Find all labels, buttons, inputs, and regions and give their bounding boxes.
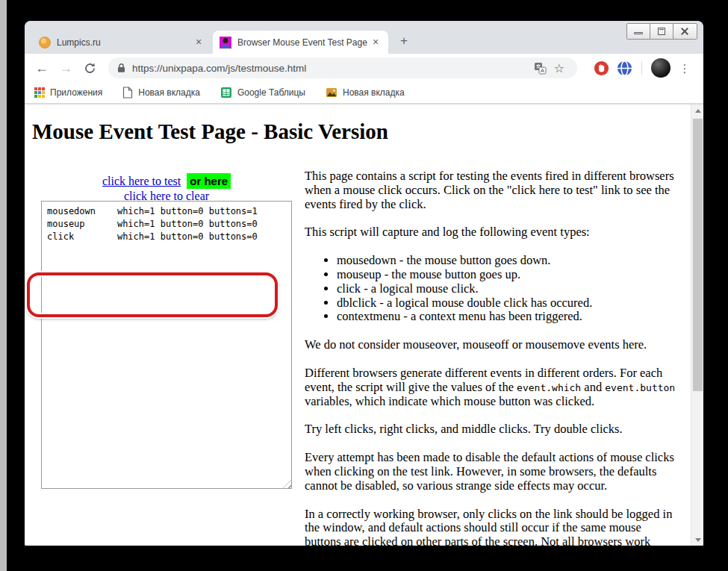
- paragraph: This page contains a script for testing …: [305, 169, 678, 211]
- tab-close-icon[interactable]: ×: [370, 37, 382, 49]
- browser-toolbar: ← → https://unixpapa.com/js/testmouse.ht…: [25, 54, 703, 82]
- forward-button[interactable]: →: [56, 58, 75, 78]
- window-controls: [626, 23, 697, 40]
- browser-window: Lumpics.ru × Browser Mouse Event Test Pa…: [25, 21, 703, 546]
- paragraph: Different browsers generate different ev…: [305, 366, 678, 408]
- test-column: click here to testor here click here to …: [41, 173, 292, 203]
- inline-code: event.button: [605, 382, 675, 393]
- maximize-icon: [658, 28, 665, 35]
- tab-mouse-event-test[interactable]: Browser Mouse Event Test Page ×: [213, 31, 388, 54]
- image-icon: [326, 87, 337, 99]
- adblock-hand-icon[interactable]: [594, 60, 609, 76]
- scroll-up-arrow[interactable]: [691, 104, 703, 117]
- paragraph-text: variables, which indicate which mouse bu…: [305, 394, 594, 408]
- triangle-up-icon: [695, 109, 701, 113]
- paragraph: This script will capture and log the fol…: [305, 225, 678, 240]
- refresh-button[interactable]: [80, 58, 99, 78]
- lumpics-favicon-icon: [39, 37, 51, 49]
- maximize-button[interactable]: [650, 24, 673, 39]
- refresh-icon: [84, 62, 96, 75]
- page-scrollbar[interactable]: [691, 104, 703, 546]
- tab-lumpics[interactable]: Lumpics.ru ×: [32, 31, 211, 54]
- inline-code: event.which: [517, 382, 581, 393]
- or-here-link[interactable]: or here: [187, 173, 231, 189]
- description-column: This page contains a script for testing …: [305, 169, 678, 546]
- test-links: click here to testor here click here to …: [41, 173, 292, 203]
- browser-menu-icon[interactable]: ⋮: [678, 66, 691, 70]
- page-title: Mouse Event Test Page - Basic Version: [32, 119, 388, 144]
- apps-grid-icon: [34, 87, 45, 98]
- close-icon: [679, 27, 690, 36]
- profile-avatar[interactable]: [651, 58, 671, 78]
- tab-title: Browser Mouse Event Test Page: [237, 37, 370, 48]
- globe-extension-icon[interactable]: [617, 60, 632, 76]
- tab-close-icon[interactable]: ×: [193, 37, 205, 49]
- minimize-button[interactable]: [627, 24, 650, 39]
- back-button[interactable]: ←: [32, 58, 52, 78]
- bookmarks-bar: Приложения Новая вкладка Google Таблицы …: [25, 82, 703, 104]
- bookmark-star-icon[interactable]: ☆: [550, 59, 568, 77]
- list-item: contextmenu - a context menu has been tr…: [337, 310, 678, 324]
- bookmark-google-sheets[interactable]: Google Таблицы: [220, 87, 305, 99]
- toolbar-separator: [641, 61, 642, 75]
- paragraph: Try left clicks, right clicks, and middl…: [305, 422, 678, 437]
- bookmark-label: Новая вкладка: [138, 87, 200, 98]
- event-log-textarea[interactable]: mousedown which=1 button=0 buttons=1 mou…: [41, 201, 292, 489]
- scroll-down-arrow[interactable]: [691, 534, 703, 546]
- close-button[interactable]: [673, 24, 697, 39]
- page-body: Mouse Event Test Page - Basic Version cl…: [25, 104, 691, 546]
- event-types-list: mousedown - the mouse button goes down. …: [305, 254, 678, 324]
- paragraph: We do not consider mouseover, mouseoff o…: [305, 338, 678, 352]
- list-item: mousedown - the mouse button goes down.: [337, 254, 678, 268]
- click-here-to-test-link[interactable]: click here to test: [102, 175, 181, 187]
- triangle-down-icon: [695, 538, 701, 542]
- list-item: dblclick - a logical mouse double click …: [337, 296, 678, 311]
- bookmark-label: Новая вкладка: [343, 87, 405, 98]
- bookmark-label: Приложения: [50, 87, 102, 98]
- bookmark-label: Google Таблицы: [237, 87, 305, 98]
- bookmark-apps[interactable]: Приложения: [34, 87, 102, 98]
- new-tab-button[interactable]: +: [394, 32, 414, 52]
- lock-icon: [117, 63, 125, 73]
- paragraph: In a correctly working browser, only cli…: [305, 508, 678, 546]
- sheets-icon: [220, 87, 232, 99]
- address-bar[interactable]: https://unixpapa.com/js/testmouse.html ☆: [108, 57, 577, 78]
- bookmark-new-tab-1[interactable]: Новая вкладка: [122, 87, 200, 99]
- translate-icon[interactable]: [531, 59, 549, 77]
- list-item: click - a logical mouse click.: [337, 282, 678, 296]
- scrollbar-thumb[interactable]: [693, 119, 703, 391]
- paragraph: Every attempt has been made to disable t…: [305, 451, 678, 493]
- web-page-content: Mouse Event Test Page - Basic Version cl…: [25, 104, 703, 546]
- desktop-edge-strip: [0, 0, 7, 571]
- list-item: mouseup - the mouse button goes up.: [337, 268, 678, 282]
- bookmark-new-tab-2[interactable]: Новая вкладка: [326, 87, 405, 99]
- extensions-area: ⋮: [586, 58, 691, 78]
- minimize-icon: [634, 32, 643, 34]
- tab-strip: Lumpics.ru × Browser Mouse Event Test Pa…: [25, 21, 703, 54]
- url-text[interactable]: https://unixpapa.com/js/testmouse.html: [132, 63, 529, 74]
- testpage-favicon-icon: [220, 37, 231, 49]
- page-icon: [122, 87, 133, 99]
- paragraph-text: and: [581, 380, 605, 394]
- tab-title: Lumpics.ru: [57, 37, 193, 48]
